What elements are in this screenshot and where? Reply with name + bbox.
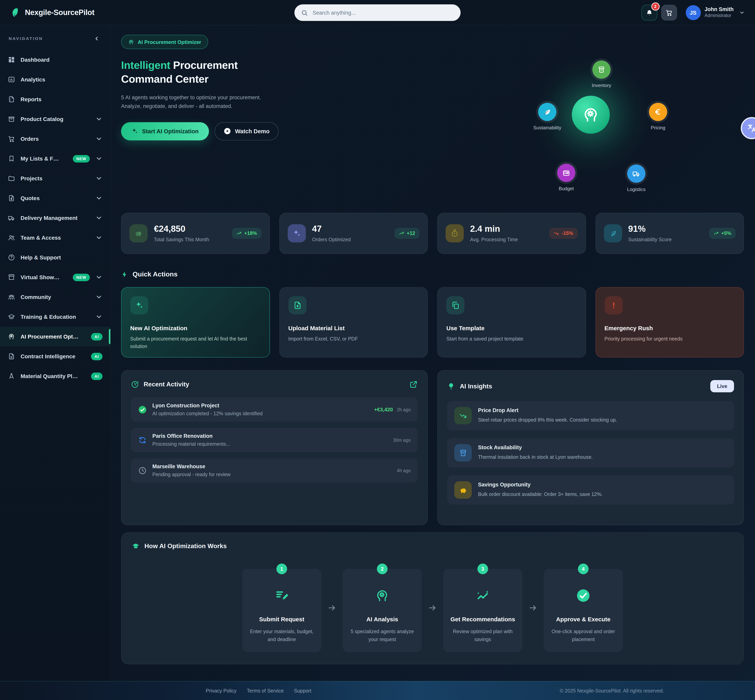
- cart-button[interactable]: [661, 5, 677, 20]
- sidebar-item-contract-intelligence[interactable]: Contract IntelligenceAI: [0, 347, 110, 366]
- stats-row: €24,850Total Savings This Month+18%47Ord…: [121, 213, 744, 254]
- header-actions: 2 JS John Smith Administrator: [641, 5, 745, 20]
- sidebar-collapse-button[interactable]: [91, 33, 102, 44]
- footer-link-support[interactable]: Support: [294, 688, 312, 694]
- sidebar-item-product-catalog[interactable]: Product Catalog: [0, 109, 110, 129]
- trend-sparkle-icon: [476, 589, 490, 603]
- footer-links: Privacy PolicyTerms of ServiceSupport: [206, 688, 311, 694]
- sidebar-item-material-quantity-planner[interactable]: Material Quantity PlannerAI: [0, 366, 110, 386]
- quick-action-upload-material-list[interactable]: Upload Material ListImport from Excel, C…: [279, 287, 428, 358]
- activity-title: Marseille Warehouse: [152, 464, 230, 469]
- orbit-node-pricing[interactable]: Pricing: [649, 103, 667, 121]
- recent-activity-title: Recent Activity: [144, 381, 189, 388]
- sidebar-item-analytics[interactable]: Analytics: [0, 70, 110, 89]
- sidebar-item-projects[interactable]: Projects: [0, 169, 110, 188]
- stat-value: €24,850: [154, 225, 209, 234]
- page-subtitle: 5 AI agents working together to optimize…: [121, 93, 291, 111]
- activity-title: Lyon Construction Project: [152, 403, 263, 409]
- sidebar-item-dashboard[interactable]: Dashboard: [0, 50, 110, 70]
- insight-item-stock-availability[interactable]: Stock AvailabilityThermal insulation bac…: [447, 438, 734, 467]
- global-search[interactable]: [294, 4, 461, 21]
- stat-card-total-savings-this-month: €24,850Total Savings This Month+18%: [121, 213, 270, 254]
- chevron-down-icon: [96, 195, 102, 202]
- top-header: Nexgile-SourcePilot 2 JS: [0, 0, 755, 25]
- open-activity-button[interactable]: [409, 380, 418, 389]
- sidebar-item-my-lists-favorites[interactable]: My Lists & FavoritesNEW: [0, 149, 110, 169]
- activity-item-lyon-construction-project[interactable]: Lyon Construction ProjectAI optimization…: [131, 397, 418, 422]
- start-ai-optimization-button[interactable]: Start AI Optimization: [121, 122, 209, 140]
- step-number: 3: [478, 564, 488, 574]
- quick-action-new-ai-optimization[interactable]: New AI OptimizationSubmit a procurement …: [121, 287, 270, 358]
- hero-badge-label: AI Procurement Optimizer: [138, 39, 201, 45]
- nav-section-label: NAVIGATION: [9, 36, 43, 41]
- copy-icon: [451, 301, 460, 310]
- live-badge[interactable]: Live: [710, 380, 734, 392]
- stat-delta-badge: +5%: [709, 228, 736, 239]
- sidebar-item-label: Training & Education: [20, 314, 76, 320]
- brand[interactable]: Nexgile-SourcePilot: [10, 7, 94, 17]
- orbit-node-logistics[interactable]: Logistics: [627, 164, 645, 183]
- hero-feature-badge: AI Procurement Optimizer: [121, 35, 208, 49]
- insight-item-savings-opportunity[interactable]: Savings OpportunityBulk order discount a…: [447, 475, 734, 505]
- quick-action-title: Use Template: [446, 325, 577, 331]
- sidebar-item-delivery-management[interactable]: Delivery Management: [0, 208, 110, 228]
- orbit-node-budget[interactable]: Budget: [557, 164, 575, 182]
- activity-item-paris-office-renovation[interactable]: Paris Office RenovationProcessing materi…: [131, 428, 418, 452]
- analytics-icon: [8, 76, 15, 83]
- history-icon: [131, 380, 139, 388]
- orbit-node-label: Budget: [559, 186, 574, 191]
- step-submit-request: 1Submit RequestEnter your materials, bud…: [242, 569, 321, 652]
- contract-icon: [8, 353, 15, 360]
- user-menu[interactable]: JS John Smith Administrator: [686, 5, 745, 20]
- stat-icon-wrap: [129, 224, 147, 242]
- sidebar-item-help-support[interactable]: Help & Support: [0, 248, 110, 267]
- sidebar-item-training-education[interactable]: Training & Education: [0, 307, 110, 327]
- ai-core-node[interactable]: [572, 96, 610, 134]
- sidebar-item-label: Product Catalog: [20, 116, 63, 122]
- copyright: © 2025 Nexgile-SourcePilot. All rights r…: [560, 688, 664, 694]
- orbit-node-sustainability[interactable]: Sustainability: [538, 103, 556, 121]
- ai-head-icon: [8, 333, 15, 340]
- help-icon: [8, 254, 15, 261]
- user-name: John Smith: [705, 6, 734, 12]
- chevron-left-icon: [94, 35, 100, 41]
- step-get-recommendations: 3Get RecommendationsReview optimized pla…: [443, 569, 522, 652]
- folder-icon: [8, 175, 15, 182]
- quick-action-use-template[interactable]: Use TemplateStart from a saved project t…: [437, 287, 586, 358]
- ai-head-icon: [128, 39, 134, 45]
- leaf-logo-icon: [10, 7, 20, 17]
- insight-item-price-drop-alert[interactable]: Price Drop AlertSteel rebar prices dropp…: [447, 401, 734, 430]
- store-icon: [8, 273, 15, 281]
- sidebar-item-community[interactable]: Community: [0, 287, 110, 307]
- stat-label: Total Savings This Month: [154, 237, 209, 242]
- sidebar-item-team-access[interactable]: Team & Access: [0, 228, 110, 248]
- sidebar-item-label: Analytics: [20, 77, 45, 83]
- sidebar-item-virtual-showrooms[interactable]: Virtual ShowroomsNEW: [0, 267, 110, 287]
- footer-link-terms-of-service[interactable]: Terms of Service: [247, 688, 284, 694]
- sidebar-item-quotes[interactable]: Quotes: [0, 188, 110, 208]
- refresh-icon: [138, 436, 147, 444]
- sidebar-item-reports[interactable]: Reports: [0, 89, 110, 109]
- timer-icon: [450, 229, 459, 238]
- quick-action-desc: Import from Excel, CSV, or PDF: [288, 335, 419, 343]
- stat-value: 47: [312, 225, 351, 234]
- sidebar-item-orders[interactable]: Orders: [0, 129, 110, 149]
- sidebar-item-ai-procurement-optimizer[interactable]: AI Procurement OptimizerAI: [0, 327, 110, 347]
- footer-link-privacy-policy[interactable]: Privacy Policy: [206, 688, 237, 694]
- watch-demo-button[interactable]: Watch Demo: [215, 122, 279, 140]
- trend-down-icon: [459, 411, 467, 420]
- step-desc: 5 specialized agents analyze your reques…: [350, 628, 415, 644]
- quick-action-emergency-rush[interactable]: Emergency RushPriority processing for ur…: [595, 287, 744, 358]
- notifications-button[interactable]: 2: [641, 5, 657, 20]
- app-window: Nexgile-SourcePilot 2 JS: [0, 0, 755, 700]
- sidebar-item-label: Quotes: [20, 195, 39, 201]
- insight-title: Price Drop Alert: [478, 408, 617, 414]
- step-ai-analysis: 2AI Analysis5 specialized agents analyze…: [343, 569, 422, 652]
- chevron-down-icon: [96, 214, 102, 222]
- insight-title: Savings Opportunity: [478, 482, 603, 488]
- search-input[interactable]: [312, 9, 454, 16]
- user-role: Administrator: [705, 12, 734, 19]
- orbit-node-inventory[interactable]: Inventory: [592, 61, 611, 79]
- arrow-right-icon: [528, 603, 538, 612]
- activity-item-marseille-warehouse[interactable]: Marseille WarehousePending approval - re…: [131, 458, 418, 483]
